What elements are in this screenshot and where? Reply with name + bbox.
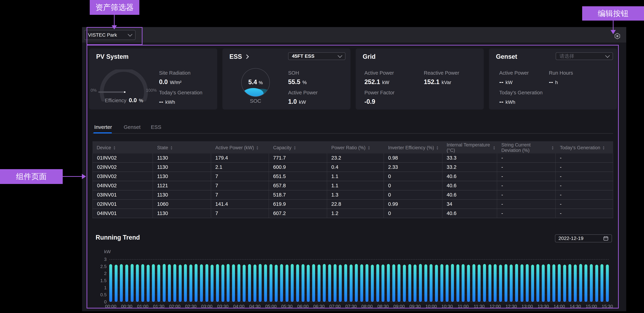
tab-inverter[interactable]: Inverter bbox=[94, 124, 112, 130]
table-cell: 600.9 bbox=[269, 163, 327, 172]
column-header[interactable]: Today's Generation▲▼ bbox=[556, 141, 613, 154]
stat-label: Active Power bbox=[364, 70, 394, 76]
trend-bar bbox=[168, 264, 171, 302]
y-tick-label: 2.5 bbox=[100, 264, 106, 269]
annotation-arrow-line bbox=[613, 21, 614, 30]
table-cell: 1.1 bbox=[327, 181, 384, 190]
trend-bar bbox=[515, 264, 518, 302]
column-header[interactable]: State▲▼ bbox=[153, 141, 211, 154]
column-header[interactable]: Capacity▲▼ bbox=[269, 141, 327, 154]
sort-carets-icon[interactable]: ▲▼ bbox=[493, 145, 496, 150]
x-tick-label: 12:30 bbox=[506, 304, 517, 309]
pv-card-title: PV System bbox=[96, 53, 128, 60]
annotation-arrowhead bbox=[112, 25, 117, 30]
trend-date-picker[interactable]: 2022-12-19 bbox=[555, 234, 612, 242]
column-header[interactable]: Internal Temperature (°C)▲▼ bbox=[442, 141, 497, 154]
sort-carets-icon[interactable]: ▲▼ bbox=[368, 145, 370, 150]
table-cell: - bbox=[497, 153, 556, 162]
column-header[interactable]: Inverter Efficiency (%)▲▼ bbox=[384, 141, 442, 154]
x-tick-label: 14:00 bbox=[554, 304, 565, 309]
sort-carets-icon[interactable]: ▲▼ bbox=[170, 145, 173, 150]
x-tick-label: 07:30 bbox=[345, 304, 356, 309]
sort-carets-icon[interactable]: ▲▼ bbox=[436, 145, 439, 150]
x-tick-label: 10:30 bbox=[442, 304, 453, 309]
table-row[interactable]: 03INV0111307518.71.3040.6-- bbox=[92, 190, 613, 200]
table-cell: 1130 bbox=[153, 190, 211, 199]
table-cell: 651.5 bbox=[269, 172, 327, 181]
x-tick-label: 09:30 bbox=[409, 304, 421, 309]
x-tick-label: 02:00 bbox=[169, 304, 180, 309]
column-header[interactable]: Device▲▼ bbox=[92, 141, 153, 154]
soc-label: SOC bbox=[241, 98, 270, 104]
table-cell: 0 bbox=[384, 172, 442, 181]
ess-active-power-stat: Active Power 1.0kW bbox=[288, 90, 318, 105]
table-row[interactable]: 04INV0211217657.81.1040.6-- bbox=[92, 181, 613, 190]
trend-bar bbox=[275, 265, 278, 302]
annotation-arrowhead bbox=[610, 30, 616, 34]
trend-bar bbox=[414, 264, 416, 302]
trend-bar bbox=[462, 264, 464, 302]
column-header[interactable]: Active Power (kW)▲▼ bbox=[211, 141, 269, 154]
table-cell: 1060 bbox=[153, 200, 211, 209]
stat-unit: kW bbox=[506, 80, 512, 85]
soc-unit: % bbox=[259, 80, 263, 85]
trend-bar bbox=[206, 264, 208, 302]
trend-bar bbox=[478, 264, 480, 302]
sort-carets-icon[interactable]: ▲▼ bbox=[256, 145, 259, 150]
sort-carets-icon[interactable]: ▲▼ bbox=[602, 145, 605, 150]
column-header-label: Active Power (kW) bbox=[215, 145, 254, 150]
column-header-label: Capacity bbox=[273, 145, 292, 150]
tab-genset[interactable]: Genset bbox=[124, 124, 140, 130]
stat-unit: kW bbox=[299, 99, 306, 105]
table-row[interactable]: 03INV0211307651.51.1040.6-- bbox=[92, 172, 613, 181]
table-row[interactable]: 01INV021130179.4771.723.20.9833.3-- bbox=[92, 153, 613, 163]
tab-ess[interactable]: ESS bbox=[151, 124, 161, 130]
table-row[interactable]: 04INV0111307607.21.2040.6-- bbox=[92, 209, 613, 218]
trend-bar bbox=[109, 264, 112, 302]
table-cell: 518.7 bbox=[269, 190, 327, 199]
trend-bar bbox=[232, 264, 235, 302]
table-row[interactable]: 02INV0211302.1600.90.42.3333.2-- bbox=[92, 163, 613, 172]
trend-bar bbox=[339, 265, 342, 302]
table-cell: - bbox=[497, 200, 556, 209]
column-header[interactable]: String Current Deviation (%)▲▼ bbox=[497, 141, 556, 154]
ess-unit-select[interactable]: 45FT ESS bbox=[288, 52, 346, 60]
site-radiation-stat: Site Radiation 0.0W/m² bbox=[159, 70, 190, 86]
table-cell: 141.4 bbox=[211, 200, 269, 209]
ess-card-title-link[interactable]: ESS bbox=[230, 53, 248, 60]
grid-power-factor-stat: Power Factor -0.9 bbox=[364, 90, 394, 105]
trend-bar bbox=[558, 264, 561, 302]
x-tick-label: 04:00 bbox=[233, 304, 244, 309]
trend-bar bbox=[350, 264, 352, 302]
chart-y-unit: kW bbox=[104, 249, 111, 254]
table-cell: 40.6 bbox=[442, 190, 497, 199]
chart-x-axis-labels: 00:0000:3001:0001:3002:0002:3003:0003:30… bbox=[109, 304, 609, 310]
sort-carets-icon[interactable]: ▲▼ bbox=[294, 145, 296, 150]
genset-unit-select[interactable]: 请选择 bbox=[556, 52, 613, 60]
active-tab-underline bbox=[93, 132, 112, 133]
x-tick-label: 05:00 bbox=[265, 304, 276, 309]
column-header-label: State bbox=[157, 145, 168, 150]
sort-carets-icon[interactable]: ▲▼ bbox=[113, 145, 116, 150]
trend-bar bbox=[424, 264, 427, 302]
ess-title: ESS bbox=[230, 53, 242, 60]
trend-bar bbox=[600, 264, 604, 302]
table-cell: 179.4 bbox=[211, 153, 269, 162]
trend-bar bbox=[451, 264, 454, 302]
chevron-right-icon bbox=[244, 54, 249, 59]
table-cell: 607.2 bbox=[269, 209, 327, 218]
grid-card-title: Grid bbox=[363, 53, 376, 60]
column-header[interactable]: Power Ratio (%)▲▼ bbox=[327, 141, 384, 154]
table-cell: 22.8 bbox=[327, 200, 384, 209]
grid-card: Grid Active Power 252.1kW Reactive Power… bbox=[356, 49, 484, 110]
trend-title: Running Trend bbox=[96, 234, 140, 241]
trend-bar bbox=[264, 264, 267, 302]
table-row[interactable]: 02INV011060141.4619.922.80.9934-- bbox=[92, 200, 613, 209]
column-header-label: Inverter Efficiency (%) bbox=[388, 145, 434, 150]
table-cell: - bbox=[556, 200, 613, 209]
trend-bar bbox=[606, 264, 609, 302]
sort-carets-icon[interactable]: ▲▼ bbox=[551, 145, 554, 150]
asset-filter-select[interactable]: VISTEC Park bbox=[84, 30, 136, 40]
table-cell: 34 bbox=[442, 200, 497, 209]
gauge-pointer-dot bbox=[124, 91, 126, 93]
